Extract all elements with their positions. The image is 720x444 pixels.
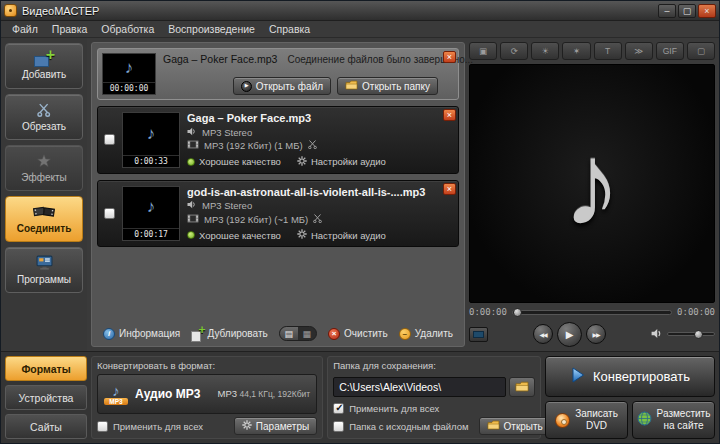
trim-icon <box>308 140 317 151</box>
window-title: ВидеоМАСТЕР <box>22 5 99 17</box>
delete-button[interactable]: – Удалить <box>399 328 453 340</box>
gear-icon <box>297 229 307 241</box>
category-tabs: Форматы Устройства Сайты <box>5 356 87 439</box>
previous-button[interactable]: ◀◀ <box>533 324 553 344</box>
brightness-icon[interactable]: ☀ <box>531 42 559 60</box>
file-duration: 0:00:17 <box>123 228 179 240</box>
notification-body: Gaga – Poker Face.mp3 Соединение файлов … <box>163 53 438 95</box>
sidebar-item-join[interactable]: Соединить <box>5 196 83 242</box>
next-button[interactable]: ▶▶ <box>586 324 606 344</box>
format-name: Аудио MP3 <box>135 387 211 401</box>
clear-list-button[interactable]: × Очистить <box>328 328 388 340</box>
globe-icon <box>637 411 652 429</box>
sidebar-item-label: Эффекты <box>21 172 66 183</box>
file-info: god-is-an-astronaut-all-is-violent-all-i… <box>187 186 438 242</box>
file-title: god-is-an-astronaut-all-is-violent-all-i… <box>187 186 438 198</box>
preview-music-note-icon: ♪ <box>563 116 622 252</box>
sidebar-item-label: Программы <box>17 274 71 285</box>
quality-indicator: Хорошее качество <box>187 156 281 167</box>
save-path-input[interactable] <box>333 377 506 397</box>
audio-settings-link[interactable]: Настройки аудио <box>297 229 386 241</box>
sidebar: Добавить Обрезать Эффекты Соединить <box>1 38 87 351</box>
fullscreen-icon[interactable] <box>469 327 488 342</box>
file-item[interactable]: ♪ 0:00:17 god-is-an-astronaut-all-is-vio… <box>97 180 459 248</box>
apply-all-format-checkbox[interactable] <box>97 421 108 432</box>
menu-edit[interactable]: Правка <box>45 22 94 36</box>
parameters-button[interactable]: Параметры <box>234 417 317 435</box>
menu-playback[interactable]: Воспроизведение <box>161 22 262 36</box>
duplicate-button[interactable]: Дублировать <box>191 328 267 340</box>
timecode: 00:00:00 <box>103 82 155 94</box>
sidebar-item-add[interactable]: Добавить <box>5 43 83 89</box>
sidebar-item-programs[interactable]: Программы <box>5 247 83 293</box>
screen-icon[interactable]: ▢ <box>687 42 715 60</box>
mp3-format-icon: ♪ MP3 <box>104 384 128 405</box>
file-remove-icon[interactable]: × <box>443 183 456 195</box>
menu-file[interactable]: Файл <box>5 22 45 36</box>
audio-settings-link[interactable]: Настройки аудио <box>297 156 386 168</box>
apply-all-save-label: Применить для всех <box>349 403 439 414</box>
open-folder-button[interactable]: Открыть папку <box>337 77 438 95</box>
open-file-button[interactable]: Открыть файл <box>233 77 331 95</box>
main-area: Добавить Обрезать Эффекты Соединить <box>1 38 719 351</box>
browse-folder-button[interactable] <box>509 377 535 397</box>
actions-section: Конвертировать Записать DVD Разместить <box>545 356 715 439</box>
notification-close-icon[interactable]: × <box>443 51 456 63</box>
gif-icon[interactable]: GIF <box>656 42 684 60</box>
volume-speaker-icon[interactable] <box>651 325 663 343</box>
volume-slider[interactable] <box>667 332 715 336</box>
publish-site-button[interactable]: Разместить на сайте <box>632 401 715 439</box>
join-films-icon <box>33 204 55 221</box>
play-button[interactable]: ▶ <box>557 322 582 347</box>
information-button[interactable]: i Информация <box>103 328 180 340</box>
menu-processing[interactable]: Обработка <box>94 22 161 36</box>
sidebar-item-trim[interactable]: Обрезать <box>5 94 83 140</box>
folder-icon <box>345 80 358 92</box>
file-item[interactable]: ♪ 0:00:33 Gaga – Poker Face.mp3 MP3 Ster… <box>97 106 459 174</box>
file-checkbox[interactable] <box>104 208 115 219</box>
seek-handle[interactable] <box>513 308 522 317</box>
file-format-info: MP3 (192 Кбит) (1 МБ) <box>204 140 303 151</box>
view-toggle: ▤ ▦ <box>279 326 317 341</box>
convert-button[interactable]: Конвертировать <box>545 356 715 397</box>
speaker-icon <box>187 127 197 138</box>
bottom-bar: Форматы Устройства Сайты Конвертировать … <box>1 351 719 443</box>
time-current: 0:00:00 <box>469 307 507 317</box>
seek-bar[interactable] <box>512 310 672 315</box>
grid-view-icon[interactable]: ▦ <box>298 327 316 340</box>
file-thumbnail: ♪ 0:00:33 <box>122 112 180 168</box>
format-section-header: Конвертировать в формат: <box>97 360 317 371</box>
tab-formats[interactable]: Форматы <box>5 356 87 381</box>
file-checkbox[interactable] <box>104 134 115 145</box>
source-folder-checkbox[interactable] <box>333 421 344 432</box>
maximize-button[interactable]: ▢ <box>678 4 696 18</box>
apply-all-save-checkbox[interactable] <box>333 403 344 414</box>
speed-icon[interactable]: ≫ <box>625 42 653 60</box>
sidebar-item-effects[interactable]: Эффекты <box>5 145 83 191</box>
menu-help[interactable]: Справка <box>262 22 317 36</box>
add-plus-icon <box>34 52 54 67</box>
tab-sites[interactable]: Сайты <box>5 414 87 439</box>
rotate-icon[interactable]: ⟳ <box>500 42 528 60</box>
format-selector[interactable]: ♪ MP3 Аудио MP3 MP3 44,1 КГц, 192Кбит <box>97 374 317 414</box>
music-note-icon: ♪ <box>123 187 179 229</box>
volume-handle[interactable] <box>694 330 703 339</box>
text-icon[interactable]: T <box>594 42 622 60</box>
burn-dvd-button[interactable]: Записать DVD <box>545 401 628 439</box>
delete-minus-icon: – <box>399 328 411 340</box>
film-icon <box>187 214 199 225</box>
sidebar-item-label: Обрезать <box>22 121 66 132</box>
tab-devices[interactable]: Устройства <box>5 385 87 410</box>
scissors-icon <box>36 103 52 119</box>
film-icon <box>187 140 199 151</box>
file-info: Gaga – Poker Face.mp3 MP3 Stereo MP3 (19… <box>187 112 438 168</box>
minimize-button[interactable]: – <box>658 4 676 18</box>
save-section-header: Папка для сохранения: <box>333 360 535 371</box>
effects-icon[interactable]: ✶ <box>562 42 590 60</box>
list-view-icon[interactable]: ▤ <box>280 327 298 340</box>
dvd-disc-icon <box>555 413 570 428</box>
play-icon <box>241 81 252 92</box>
file-remove-icon[interactable]: × <box>443 109 456 121</box>
convert-arrow-icon <box>570 367 586 386</box>
close-button[interactable]: × <box>698 4 716 18</box>
